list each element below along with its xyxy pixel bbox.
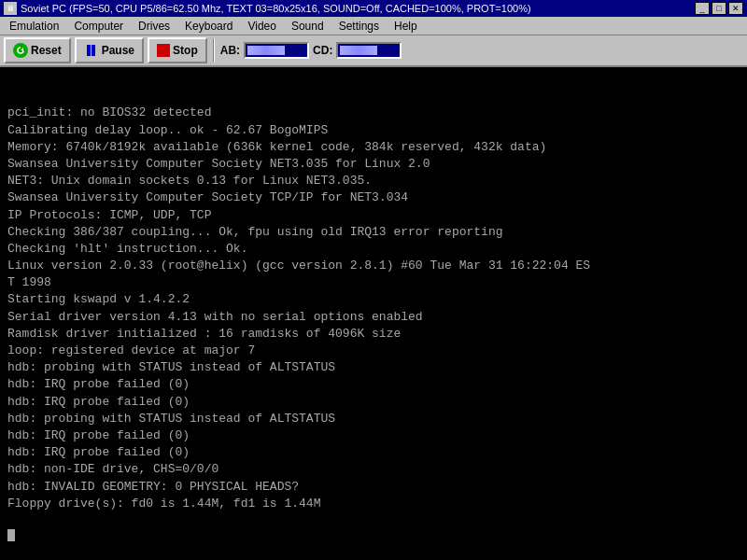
toolbar-separator-1 [213,38,215,63]
menu-settings[interactable]: Settings [331,18,387,35]
cd-drive-track [336,42,402,59]
reset-icon [13,43,28,58]
menu-drives[interactable]: Drives [131,18,177,35]
title-bar-left: 🖥 Soviet PC (FPS=50, CPU P5/86=62.50 Mhz… [4,2,531,15]
stop-icon [157,44,170,57]
toolbar: Reset Pause Stop AB: CD: [0,35,747,67]
ab-drive-track [244,42,309,59]
menu-sound[interactable]: Sound [284,18,331,35]
menu-video[interactable]: Video [240,18,283,35]
menu-emulation[interactable]: Emulation [2,18,66,35]
maximize-button[interactable]: □ [712,2,726,15]
ab-label: AB: [220,44,240,57]
window-title: Soviet PC (FPS=50, CPU P5/86=62.50 Mhz, … [21,3,531,14]
reset-arrow-icon [16,46,25,55]
ab-drive-bar [247,46,285,55]
console-text: pci_init: no BIOS32 detected Calibrating… [7,105,590,510]
cd-drive-indicator: CD: [313,42,402,59]
reset-button[interactable]: Reset [4,37,71,63]
menu-keyboard[interactable]: Keyboard [177,18,240,35]
app-icon: 🖥 [4,2,17,15]
cursor [7,529,15,541]
svg-marker-0 [21,48,23,50]
stop-button[interactable]: Stop [148,37,207,63]
title-bar: 🖥 Soviet PC (FPS=50, CPU P5/86=62.50 Mhz… [0,0,747,17]
ab-drive-indicator: AB: [220,42,309,59]
cd-drive-bar [340,46,377,55]
minimize-button[interactable]: _ [695,2,710,15]
close-button[interactable]: ✕ [728,2,743,15]
console-output: pci_init: no BIOS32 detected Calibrating… [0,67,747,560]
menu-bar: Emulation Computer Drives Keyboard Video… [0,17,747,35]
cd-label: CD: [313,44,332,57]
pause-icon [84,43,99,58]
menu-computer[interactable]: Computer [66,18,131,35]
menu-help[interactable]: Help [387,18,425,35]
pause-button[interactable]: Pause [75,37,144,63]
title-bar-controls: _ □ ✕ [695,2,743,15]
